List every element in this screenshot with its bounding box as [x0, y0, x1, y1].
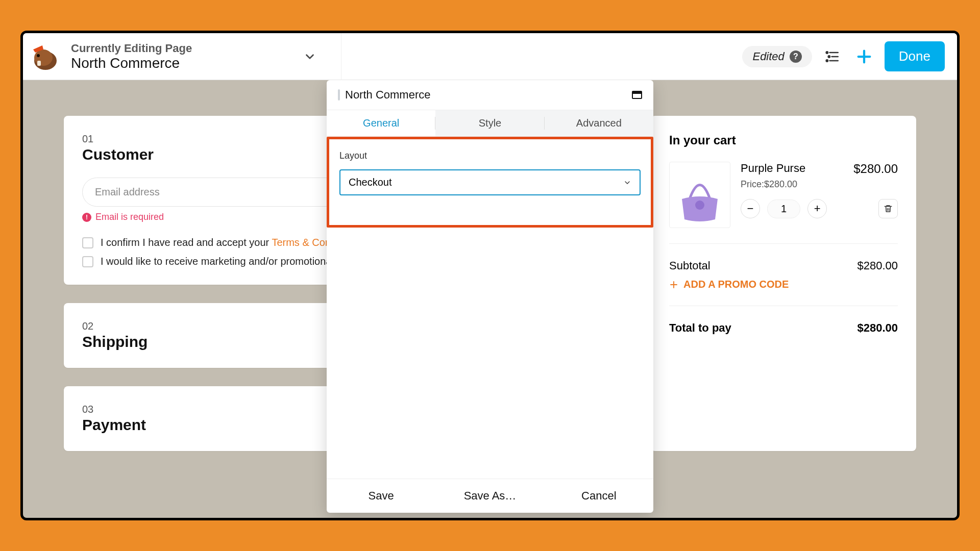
layout-setting-highlight: Layout Checkout	[327, 137, 653, 228]
qty-decrease-button[interactable]: −	[741, 199, 760, 218]
product-name: Purple Purse	[741, 162, 805, 175]
save-as-button[interactable]: Save As…	[435, 479, 544, 513]
beaver-logo-icon	[27, 39, 62, 74]
tab-advanced[interactable]: Advanced	[545, 110, 653, 136]
layout-value: Checkout	[349, 177, 392, 188]
svg-point-2	[37, 54, 40, 57]
svg-point-4	[826, 52, 828, 53]
layout-select[interactable]: Checkout	[339, 169, 641, 195]
layout-label: Layout	[339, 151, 641, 161]
done-button[interactable]: Done	[885, 41, 945, 71]
promo-label: ADD A PROMO CODE	[683, 279, 789, 290]
svg-point-10	[695, 201, 704, 210]
page-canvas: 01 Customer ! Email is required I confir…	[23, 80, 957, 518]
tab-general[interactable]: General	[327, 110, 435, 136]
cancel-button[interactable]: Cancel	[545, 479, 653, 513]
product-thumbnail	[669, 162, 730, 228]
terms-checkbox[interactable]	[82, 237, 93, 248]
qty-increase-button[interactable]: +	[807, 199, 827, 218]
panel-footer: Save Save As… Cancel	[327, 479, 653, 513]
marketing-checkbox[interactable]	[82, 256, 93, 267]
chevron-down-icon	[623, 179, 631, 187]
editing-label: Currently Editing Page	[71, 42, 192, 55]
error-icon: !	[82, 213, 91, 222]
title-dropdown[interactable]	[303, 50, 316, 63]
cart-heading: In your cart	[669, 133, 898, 147]
svg-point-6	[828, 56, 830, 57]
svg-point-1	[34, 49, 53, 66]
qty-value: 1	[767, 199, 800, 218]
total-label: Total to pay	[669, 321, 731, 335]
panel-title: North Commerce	[345, 88, 430, 102]
unit-price: Price:$280.00	[741, 179, 898, 190]
edited-status[interactable]: Edited ?	[742, 46, 812, 67]
total-value: $280.00	[857, 321, 898, 335]
email-error-text: Email is required	[95, 212, 164, 222]
cart-summary: In your cart Purple Purse $280.00	[651, 116, 916, 451]
line-price: $280.00	[853, 162, 898, 176]
panel-window-icon[interactable]	[632, 91, 642, 99]
add-icon[interactable]	[853, 45, 875, 68]
save-button[interactable]: Save	[327, 479, 435, 513]
panel-tabs: General Style Advanced	[327, 110, 653, 137]
add-promo-button[interactable]: ADD A PROMO CODE	[669, 279, 898, 290]
remove-item-button[interactable]	[878, 199, 898, 218]
page-title-block: Currently Editing Page North Commerce	[71, 42, 192, 71]
panel-header[interactable]: North Commerce	[327, 80, 653, 110]
terms-text: I confirm I have read and accept your Te…	[101, 237, 360, 248]
app-frame: Currently Editing Page North Commerce Ed…	[20, 31, 960, 520]
module-settings-panel: North Commerce General Style Advanced La…	[327, 80, 653, 513]
svg-rect-3	[37, 61, 41, 66]
help-icon: ?	[790, 51, 802, 63]
edited-label: Edited	[752, 50, 784, 63]
svg-point-8	[826, 60, 828, 61]
subtotal-value: $280.00	[857, 259, 898, 272]
top-bar: Currently Editing Page North Commerce Ed…	[23, 33, 957, 80]
cart-item: Purple Purse $280.00 Price:$280.00 − 1 +	[669, 162, 898, 228]
outline-icon[interactable]	[821, 45, 844, 68]
subtotal-label: Subtotal	[669, 259, 710, 272]
divider	[341, 33, 341, 80]
tab-style[interactable]: Style	[435, 110, 544, 136]
page-title: North Commerce	[71, 55, 192, 71]
